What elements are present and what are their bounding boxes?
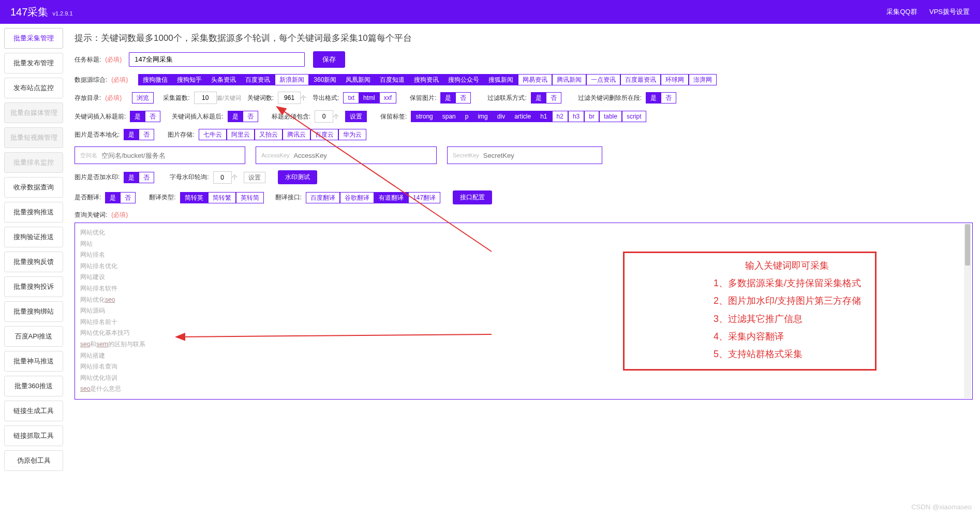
translate-yes[interactable]: 是 <box>105 192 120 203</box>
source-tag-10[interactable]: 搜狐新闻 <box>484 74 518 85</box>
keep-tag-6[interactable]: h1 <box>536 111 552 122</box>
keep-tag-2[interactable]: p <box>461 111 473 122</box>
img-wm-yes[interactable]: 是 <box>124 172 139 183</box>
source-tag-3[interactable]: 百度资讯 <box>241 74 275 85</box>
keep-img-yes[interactable]: 是 <box>440 92 455 104</box>
save-button[interactable]: 保存 <box>313 51 345 68</box>
img-local-yes[interactable]: 是 <box>124 129 139 140</box>
sidebar-item-6[interactable]: 收录数据查询 <box>4 177 63 198</box>
source-tag-9[interactable]: 搜狗公众号 <box>443 74 484 85</box>
secret-key-input[interactable] <box>483 152 597 159</box>
translate-no[interactable]: 否 <box>120 192 136 203</box>
trans-api-2[interactable]: 有道翻译 <box>374 192 408 203</box>
page-count-input[interactable] <box>194 92 217 104</box>
access-key-field[interactable]: AccessKey <box>256 146 437 164</box>
wm-test-button[interactable]: 水印测试 <box>278 170 317 184</box>
kw-after-no[interactable]: 否 <box>243 111 258 122</box>
img-store-4[interactable]: 百度云 <box>310 129 338 140</box>
filter-contact-yes[interactable]: 是 <box>531 92 546 104</box>
source-tag-2[interactable]: 头条资讯 <box>206 74 241 85</box>
keep-tag-7[interactable]: h2 <box>552 111 568 122</box>
sidebar-item-2[interactable]: 发布站点监控 <box>4 78 63 98</box>
source-tag-11[interactable]: 网易资讯 <box>518 74 552 85</box>
trans-type-2[interactable]: 英转简 <box>236 192 264 203</box>
title-set-button[interactable]: 设置 <box>345 111 367 122</box>
trans-type-0[interactable]: 简转英 <box>180 192 208 203</box>
keep-tag-5[interactable]: article <box>510 111 536 122</box>
keep-tag-0[interactable]: strong <box>411 111 437 122</box>
trans-api-1[interactable]: 谷歌翻译 <box>340 192 374 203</box>
img-local-no[interactable]: 否 <box>139 129 154 140</box>
sidebar-item-14[interactable]: 批量360推送 <box>4 376 63 396</box>
wm-set-button[interactable]: 设置 <box>244 172 265 183</box>
keep-tag-4[interactable]: div <box>493 111 510 122</box>
trans-api-0[interactable]: 百度翻译 <box>306 192 340 203</box>
kw-before-yes[interactable]: 是 <box>130 111 145 122</box>
space-name-field[interactable]: 空间名 <box>75 146 245 164</box>
filter-contact-no[interactable]: 否 <box>546 92 561 104</box>
scrollbar[interactable] <box>964 224 971 398</box>
keep-tag-9[interactable]: br <box>584 111 599 122</box>
source-tag-6[interactable]: 凤凰新闻 <box>341 74 375 85</box>
sidebar-item-17[interactable]: 伪原创工具 <box>4 450 63 471</box>
source-tag-4[interactable]: 新浪新闻 <box>275 74 309 85</box>
keep-tag-11[interactable]: script <box>622 111 646 122</box>
scrollbar-thumb[interactable] <box>965 224 970 266</box>
img-store-0[interactable]: 七牛云 <box>199 129 227 140</box>
browse-button[interactable]: 浏览 <box>132 92 154 104</box>
keep-img-no[interactable]: 否 <box>455 92 471 104</box>
source-tag-13[interactable]: 一点资讯 <box>586 74 620 85</box>
sidebar-item-1[interactable]: 批量发布管理 <box>4 53 63 73</box>
source-tag-12[interactable]: 腾讯新闻 <box>552 74 586 85</box>
source-tag-7[interactable]: 百度知道 <box>375 74 409 85</box>
sidebar-item-9[interactable]: 批量搜狗反馈 <box>4 252 63 272</box>
task-title-input[interactable] <box>129 52 305 67</box>
link-qq-group[interactable]: 采集QQ群 <box>886 8 917 16</box>
filter-kw-del-no[interactable]: 否 <box>661 92 676 104</box>
export-fmt-1[interactable]: html <box>359 92 379 104</box>
sidebar-item-7[interactable]: 批量搜狗推送 <box>4 202 63 223</box>
space-name-input[interactable] <box>101 152 240 159</box>
kw-count-input[interactable] <box>278 92 301 104</box>
keep-tag-8[interactable]: h3 <box>568 111 584 122</box>
sidebar-item-0[interactable]: 批量采集管理 <box>4 28 63 49</box>
img-store-1[interactable]: 阿里云 <box>227 129 255 140</box>
source-tag-1[interactable]: 搜狗知乎 <box>172 74 206 85</box>
keep-tag-3[interactable]: img <box>473 111 492 122</box>
img-store-2[interactable]: 又拍云 <box>255 129 283 140</box>
sidebar-item-13[interactable]: 批量神马推送 <box>4 351 63 372</box>
title-must-input[interactable] <box>315 110 333 123</box>
api-config-button[interactable]: 接口配置 <box>453 190 492 204</box>
img-store-5[interactable]: 华为云 <box>338 129 366 140</box>
link-vps-settings[interactable]: VPS拨号设置 <box>929 8 970 16</box>
kw-after-yes[interactable]: 是 <box>228 111 243 122</box>
export-fmt-0[interactable]: txt <box>343 92 359 104</box>
unit-wm: 个 <box>232 173 237 181</box>
trans-type-1[interactable]: 简转繁 <box>208 192 236 203</box>
keep-tag-1[interactable]: span <box>438 111 461 122</box>
keywords-textarea[interactable]: 网站优化网站网站排名网站排名优化网站建设网站排名软件网站优化seo网站源码网站排… <box>75 223 973 400</box>
row-query-kw-label: 查询关键词: (必填) <box>75 211 973 219</box>
source-tag-15[interactable]: 环球网 <box>661 74 689 85</box>
sidebar-item-8[interactable]: 搜狗验证推送 <box>4 227 63 247</box>
img-wm-no[interactable]: 否 <box>139 172 154 183</box>
source-tag-14[interactable]: 百度最资讯 <box>620 74 661 85</box>
trans-api-3[interactable]: 147翻译 <box>408 192 440 203</box>
sidebar-item-15[interactable]: 链接生成工具 <box>4 401 63 421</box>
char-wm-input[interactable] <box>213 171 232 184</box>
access-key-input[interactable] <box>293 152 431 159</box>
kw-before-no[interactable]: 否 <box>145 111 160 122</box>
img-store-3[interactable]: 腾讯云 <box>283 129 310 140</box>
keep-tag-10[interactable]: table <box>599 111 622 122</box>
sidebar-item-16[interactable]: 链接抓取工具 <box>4 425 63 446</box>
secret-key-field[interactable]: SecretKey <box>447 146 602 164</box>
source-tag-5[interactable]: 360新闻 <box>309 74 341 85</box>
export-fmt-2[interactable]: xxf <box>379 92 396 104</box>
source-tag-16[interactable]: 澎湃网 <box>689 74 717 85</box>
source-tag-0[interactable]: 搜狗微信 <box>138 74 172 85</box>
sidebar-item-11[interactable]: 批量搜狗绑站 <box>4 301 63 322</box>
sidebar-item-10[interactable]: 批量搜狗投诉 <box>4 276 63 297</box>
filter-kw-del-yes[interactable]: 是 <box>646 92 661 104</box>
source-tag-8[interactable]: 搜狗资讯 <box>409 74 443 85</box>
sidebar-item-12[interactable]: 百度API推送 <box>4 326 63 347</box>
